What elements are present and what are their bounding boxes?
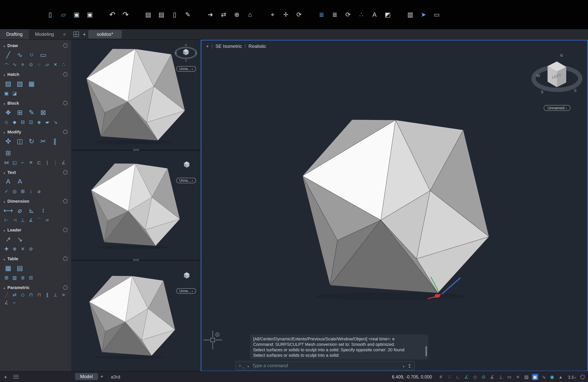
equal-constraint-icon[interactable]: ≡: [60, 291, 68, 299]
collapse-triangle-icon[interactable]: [3, 284, 5, 291]
remove-leader-icon[interactable]: ✕: [19, 245, 27, 253]
transparency-icon[interactable]: ▨: [523, 374, 529, 380]
offset-icon[interactable]: ∥: [49, 135, 61, 147]
hatch-setting-icon[interactable]: ◪: [10, 89, 19, 97]
join-icon[interactable]: ∠: [60, 159, 68, 167]
layer-states-icon[interactable]: ≣: [317, 10, 326, 19]
viewport-top[interactable]: N E S W Unna...: [71, 40, 201, 150]
tab-drafting[interactable]: Drafting: [0, 29, 29, 39]
spline-icon[interactable]: ∿: [10, 61, 19, 68]
viewport-main-active[interactable]: + SE Isometric Realistic LEFT: [201, 40, 588, 371]
gizmo-icon[interactable]: ↘: [540, 374, 546, 380]
copy-icon[interactable]: ◫: [14, 135, 26, 147]
viewcube-mini[interactable]: [182, 271, 191, 279]
polyline-icon[interactable]: ∿: [14, 49, 26, 61]
otrack-icon[interactable]: ∡: [489, 374, 495, 380]
array-icon[interactable]: ⊞: [2, 147, 14, 159]
layer-properties-icon[interactable]: ≣: [331, 10, 339, 19]
redo-icon[interactable]: ↷: [121, 10, 130, 19]
add-leader-icon[interactable]: ✚: [2, 245, 10, 253]
insert-row-icon[interactable]: ⊞: [2, 274, 10, 282]
osnap-icon[interactable]: ⊙: [481, 374, 487, 380]
zoom-window-icon[interactable]: ⌖: [268, 10, 277, 19]
view-dropdown[interactable]: Unna...: [176, 178, 196, 183]
define-attribute-icon[interactable]: ◇: [2, 118, 10, 126]
viewport-bottom[interactable]: Unna...: [71, 261, 201, 371]
linear-constraint-icon[interactable]: ⌐: [10, 299, 19, 307]
page-setup-icon[interactable]: ▯: [170, 10, 179, 19]
attach-icon[interactable]: ⊕: [232, 10, 241, 19]
line-icon[interactable]: ╱: [2, 49, 14, 61]
export-block-icon[interactable]: ↘: [51, 118, 60, 126]
point-icon[interactable]: ✕: [51, 61, 60, 68]
merge-cells-icon[interactable]: ≣: [19, 274, 27, 282]
polar-tracking-icon[interactable]: ∠: [463, 374, 470, 380]
collapse-triangle-icon[interactable]: [3, 197, 5, 204]
section-gear-icon[interactable]: [63, 101, 68, 105]
undo-icon[interactable]: ↶: [108, 10, 117, 19]
section-header[interactable]: Hatch: [0, 70, 71, 78]
rotate-icon[interactable]: ↻: [26, 135, 37, 147]
pdf-export-icon[interactable]: A: [370, 10, 379, 19]
write-block-icon[interactable]: ⊠: [37, 106, 49, 118]
view-list-icon[interactable]: [13, 375, 19, 379]
section-gear-icon[interactable]: [63, 256, 68, 261]
new-document-icon[interactable]: ▯: [46, 10, 54, 19]
new-drawing-tab-button[interactable]: +: [83, 31, 86, 37]
angular-dimension-icon[interactable]: ⊾: [26, 205, 37, 216]
viewport-layout-icon[interactable]: [73, 32, 79, 37]
print-icon[interactable]: ▤: [144, 10, 152, 19]
section-gear-icon[interactable]: [63, 285, 68, 290]
donut-icon[interactable]: ⊙: [27, 61, 35, 68]
publish-icon[interactable]: ⌂: [246, 10, 254, 19]
manage-attribute-icon[interactable]: ⊡: [27, 118, 35, 126]
polygon-icon[interactable]: ▱: [43, 61, 51, 68]
viewport-plus-control[interactable]: +: [206, 43, 209, 49]
layout-panel-icon[interactable]: ▭: [432, 10, 441, 19]
settings-gear-icon[interactable]: [580, 374, 585, 379]
command-history-panel[interactable]: [All/Center/Dynamic/Extents/Previous/Sca…: [250, 335, 428, 360]
collapse-triangle-icon[interactable]: [3, 169, 5, 176]
continue-dimension-icon[interactable]: ⊣: [10, 216, 19, 224]
lock-constraint-icon[interactable]: ⊓: [35, 291, 43, 299]
perpendicular-constraint-icon[interactable]: ⊥: [51, 291, 60, 299]
annotate-icon[interactable]: ✎: [184, 10, 192, 19]
section-gear-icon[interactable]: [63, 170, 68, 174]
chevron-down-icon[interactable]: [403, 362, 404, 369]
section-header[interactable]: Modify: [0, 128, 71, 135]
section-gear-icon[interactable]: [63, 43, 68, 48]
extract-data-icon[interactable]: ◈: [35, 118, 43, 126]
align-icon[interactable]: ∣: [43, 159, 51, 167]
hatch-edit-icon[interactable]: ▣: [2, 89, 10, 97]
snap-icon[interactable]: ∷: [446, 374, 452, 380]
break-icon[interactable]: ⋮: [51, 159, 60, 167]
tolerance-icon[interactable]: ≍: [43, 216, 51, 224]
linear-dimension-icon[interactable]: ⟷: [2, 205, 14, 216]
dynamic-input-icon[interactable]: ▭: [506, 374, 512, 380]
rectangle-icon[interactable]: ▭: [37, 49, 49, 61]
arc-icon[interactable]: ◠: [2, 61, 10, 68]
share-icon[interactable]: ➤: [419, 10, 428, 19]
save-as-icon[interactable]: ▣: [85, 10, 94, 19]
lineweight-icon[interactable]: ≡: [515, 374, 521, 380]
collapse-triangle-icon[interactable]: [3, 226, 5, 233]
section-gear-icon[interactable]: [63, 199, 68, 203]
insert-block-icon[interactable]: ❖: [2, 106, 14, 118]
move-icon[interactable]: ✜: [2, 135, 14, 147]
auto-constrain-icon[interactable]: ╱: [2, 291, 10, 299]
collapse-palette-button[interactable]: «: [60, 32, 69, 37]
section-header[interactable]: Table: [0, 255, 71, 262]
isodraft-icon[interactable]: ◇: [472, 374, 478, 380]
color-palette-icon[interactable]: ∴: [357, 10, 366, 19]
table-style-icon[interactable]: ▤: [14, 262, 26, 274]
table-icon[interactable]: ▦: [2, 262, 14, 274]
section-header[interactable]: Block: [0, 99, 71, 106]
autoscale-icon[interactable]: ▴: [557, 374, 564, 380]
pan-icon[interactable]: ✛: [282, 10, 290, 19]
fillet-icon[interactable]: ⌐: [19, 159, 27, 167]
new-layout-button[interactable]: +: [100, 373, 103, 379]
sheet-manager-icon[interactable]: ◩: [383, 10, 392, 19]
trim-icon[interactable]: ✂: [37, 135, 49, 147]
chevron-down-icon[interactable]: [247, 362, 249, 369]
orbit-icon[interactable]: ⟳: [295, 10, 303, 19]
